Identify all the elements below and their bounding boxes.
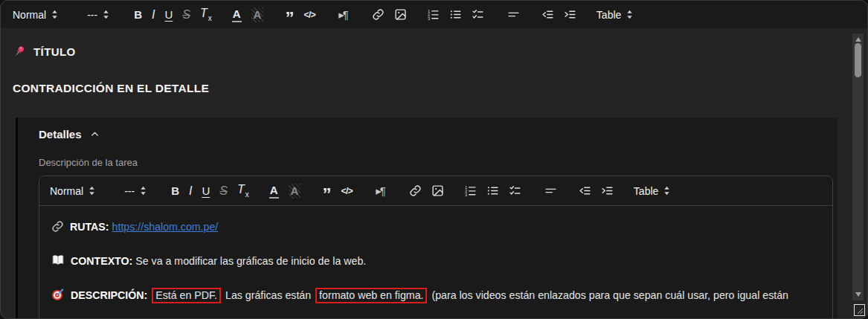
- paragraph-direction-button[interactable]: ▸¶: [376, 184, 385, 198]
- bold-button[interactable]: B: [171, 184, 179, 197]
- editor-formatting-toolbar: Normal---BIUSTxAA”</>▸¶123Table: [39, 176, 832, 206]
- link-emoji-icon: [51, 220, 64, 233]
- resize-grip-icon[interactable]: [854, 304, 865, 316]
- strikethrough-button-glyph: S: [219, 184, 228, 197]
- outdent-button[interactable]: [579, 184, 591, 197]
- paragraph-style-select-label: Normal: [50, 185, 83, 197]
- table-select[interactable]: Table: [634, 185, 670, 197]
- paragraph-direction-button-glyph: ▸¶: [338, 8, 347, 21]
- underline-button-glyph: U: [202, 184, 210, 197]
- section-label: TÍTULO: [33, 45, 76, 58]
- underline-button[interactable]: U: [164, 8, 173, 21]
- scrollbar-thumb[interactable]: [855, 43, 861, 77]
- blockquote-button-glyph: ”: [322, 184, 331, 204]
- description-segments: Está en PDF. Las gráficas están formato …: [150, 289, 788, 301]
- description-text: (para los videos están enlazados para qu…: [428, 289, 788, 301]
- table-select-label: Table: [634, 185, 658, 197]
- outdent-icon: [579, 184, 591, 197]
- align-button[interactable]: [507, 8, 520, 21]
- align-button[interactable]: [544, 184, 557, 197]
- updown-arrows-icon: [103, 10, 109, 19]
- bold-button-glyph: B: [171, 184, 179, 197]
- text-color-button[interactable]: A: [232, 7, 242, 22]
- italic-button[interactable]: I: [152, 8, 155, 22]
- task-description-label: Descripción de la tarea: [39, 157, 833, 168]
- annotation-red-box: Está en PDF.: [152, 288, 221, 303]
- updown-arrows-icon: [663, 186, 670, 196]
- ordered-list-icon: 123: [464, 184, 477, 197]
- outdent-icon: [541, 8, 554, 21]
- indent-icon: [564, 8, 576, 21]
- contexto-label: CONTEXTO:: [71, 255, 132, 267]
- paragraph-direction-button[interactable]: ▸¶: [338, 8, 347, 22]
- bold-button[interactable]: B: [134, 8, 142, 21]
- align-icon: [544, 184, 557, 197]
- underline-button[interactable]: U: [202, 184, 210, 197]
- strikethrough-button[interactable]: S: [182, 8, 190, 22]
- italic-button[interactable]: I: [189, 184, 192, 198]
- clear-format-button[interactable]: Tx: [237, 183, 249, 198]
- table-select[interactable]: Table: [597, 9, 633, 21]
- indent-button[interactable]: [601, 184, 614, 197]
- descripcion-line: DESCRIPCIÓN:Está en PDF. Las gráficas es…: [51, 288, 820, 303]
- image-button[interactable]: [394, 8, 407, 21]
- link-button[interactable]: [409, 184, 422, 197]
- text-color-button-glyph: A: [233, 7, 241, 20]
- svg-text:3: 3: [465, 193, 467, 197]
- details-panel: Detalles Descripción de la tarea Normal-…: [16, 117, 838, 319]
- rutas-link[interactable]: https://shalom.com.pe/: [112, 221, 219, 233]
- indent-button[interactable]: [564, 8, 576, 21]
- link-icon: [409, 184, 422, 197]
- target-emoji-icon: [51, 288, 65, 301]
- highlight-color-button-glyph: A: [291, 184, 299, 197]
- code-button[interactable]: </>: [303, 10, 315, 20]
- pinned-section-row: TÍTULO: [13, 45, 855, 58]
- paragraph-style-select[interactable]: Normal: [13, 9, 58, 21]
- ordered-list-button[interactable]: 123: [427, 8, 440, 21]
- clear-format-button[interactable]: Tx: [200, 7, 212, 22]
- highlight-color-button[interactable]: A: [251, 7, 264, 22]
- code-button[interactable]: </>: [341, 186, 353, 196]
- book-emoji-icon: [51, 254, 65, 267]
- pushpin-icon: [13, 45, 26, 58]
- annotation-red-box: formato web en figma.: [315, 288, 427, 303]
- main-formatting-toolbar: Normal---BIUSTxAA”</>▸¶123Table: [1, 1, 867, 28]
- blockquote-button-glyph: ”: [285, 8, 294, 28]
- text-color-button-glyph: A: [270, 184, 278, 196]
- ordered-list-icon: 123: [427, 8, 440, 21]
- heading-style-select[interactable]: ---: [124, 185, 147, 197]
- contexto-line: CONTEXTO:Se va a modificar las gráficas …: [51, 254, 820, 269]
- blockquote-button[interactable]: ”: [322, 187, 331, 195]
- outdent-button[interactable]: [541, 8, 554, 21]
- code-button-glyph: </>: [341, 186, 353, 196]
- link-button[interactable]: [372, 8, 385, 21]
- checklist-button[interactable]: [509, 184, 521, 197]
- task-editor-window: Normal---BIUSTxAA”</>▸¶123Table TÍTULO C…: [0, 0, 868, 319]
- highlight-color-button[interactable]: A: [289, 184, 301, 199]
- svg-text:3: 3: [428, 16, 430, 21]
- heading-style-select[interactable]: ---: [87, 9, 109, 21]
- updown-arrows-icon: [51, 10, 58, 19]
- image-button[interactable]: [431, 184, 444, 197]
- details-collapse-header[interactable]: Detalles: [39, 128, 833, 141]
- scroll-up-arrow-icon[interactable]: [855, 37, 861, 42]
- paragraph-style-select[interactable]: Normal: [50, 185, 95, 197]
- rutas-label: RUTAS:: [70, 221, 109, 233]
- checklist-button[interactable]: [472, 8, 484, 21]
- strikethrough-button[interactable]: S: [219, 184, 228, 198]
- chevron-up-icon: [89, 129, 100, 140]
- bullet-list-button[interactable]: [449, 8, 462, 21]
- heading-style-select-label: ---: [124, 185, 135, 197]
- indent-icon: [601, 184, 614, 197]
- ordered-list-button[interactable]: 123: [464, 184, 477, 197]
- blockquote-button[interactable]: ”: [285, 11, 294, 19]
- text-color-button[interactable]: A: [269, 184, 279, 199]
- descripcion-label: DESCRIPCIÓN:: [71, 289, 147, 301]
- image-icon: [394, 8, 407, 21]
- editor-body[interactable]: RUTAS:https://shalom.com.pe/ CONTEXTO:Se…: [39, 206, 832, 319]
- updown-arrows-icon: [626, 10, 633, 19]
- scroll-down-arrow-icon[interactable]: [855, 292, 861, 297]
- rutas-line: RUTAS:https://shalom.com.pe/: [51, 219, 820, 235]
- vertical-scrollbar[interactable]: [852, 33, 864, 300]
- bullet-list-button[interactable]: [486, 184, 499, 197]
